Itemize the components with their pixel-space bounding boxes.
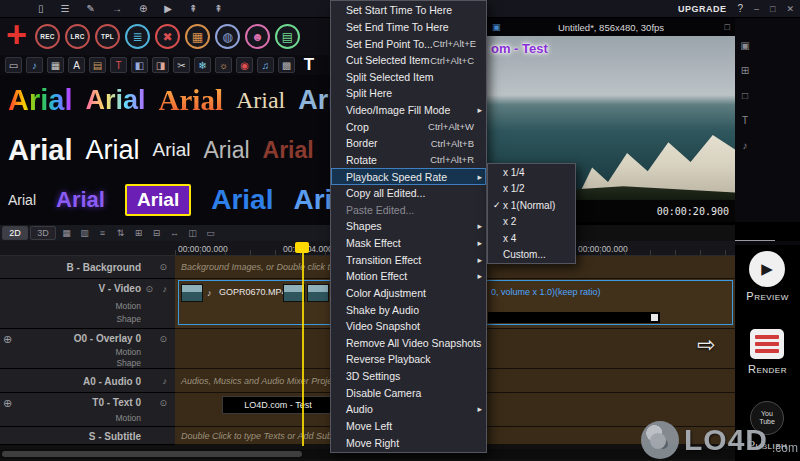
- context-menu-item[interactable]: ✓ Playback Speed Rate ▸: [331, 168, 486, 185]
- cut-icon[interactable]: ✂: [173, 57, 190, 73]
- letter-a-icon[interactable]: A: [68, 57, 85, 73]
- speed-option[interactable]: ✓ x 1(Normal): [488, 197, 575, 214]
- add-track-icon[interactable]: ⊕: [3, 333, 12, 346]
- track-subtitle-label[interactable]: S - Subtitle: [0, 427, 175, 445]
- context-menu-item[interactable]: ✓ Copy all Edited... ▸: [331, 185, 486, 202]
- track-video-label[interactable]: V - Video ⊙ ♪ Motion Shape: [0, 279, 175, 329]
- render-button[interactable]: [750, 329, 784, 359]
- disc-button[interactable]: ◍: [215, 24, 240, 49]
- speed-option[interactable]: ✓ x 1/2: [488, 181, 575, 198]
- audio-clip-icon[interactable]: ♪: [26, 57, 43, 73]
- font-sample-gray[interactable]: Arial: [204, 137, 250, 164]
- text-overlay-icon[interactable]: T: [742, 115, 748, 126]
- text-clip[interactable]: LO4D.com - Test: [222, 396, 334, 414]
- eye-icon[interactable]: ⊙: [159, 262, 167, 272]
- publish-up-icon[interactable]: ⇞: [214, 0, 222, 18]
- context-menu-item[interactable]: ✓ Move Left ▸: [331, 418, 486, 435]
- font-sample-orange-serif[interactable]: Arial: [159, 84, 223, 117]
- half-right-icon[interactable]: ◨: [152, 57, 169, 73]
- tab-2d[interactable]: 2D: [2, 226, 28, 240]
- track-sub-shape[interactable]: Shape: [116, 314, 141, 324]
- zoom-out-icon[interactable]: ⊟: [149, 228, 164, 238]
- music-icon[interactable]: ♫: [257, 57, 274, 73]
- context-menu-item[interactable]: ✓ Remove All Video Snapshots ▸: [331, 335, 486, 352]
- video-grid-icon[interactable]: ▦: [47, 57, 64, 73]
- record-dot-icon[interactable]: ◉: [236, 57, 253, 73]
- close-button[interactable]: ✕: [786, 4, 794, 14]
- context-menu-item[interactable]: ✓ Shake by Audio ▸: [331, 301, 486, 318]
- eye-icon[interactable]: ⊙: [159, 398, 167, 408]
- font-sample-white[interactable]: Arial: [85, 135, 139, 166]
- grid-button[interactable]: ▦: [185, 24, 210, 49]
- context-menu-item[interactable]: ✓ Motion Effect ▸: [331, 268, 486, 285]
- font-sample-small-white[interactable]: Arial: [8, 192, 36, 208]
- speaker-icon[interactable]: ♪: [163, 376, 168, 386]
- font-sample-violet[interactable]: Arial: [56, 187, 105, 213]
- playhead-handle[interactable]: [295, 242, 309, 253]
- track-sub-motion[interactable]: Motion: [115, 347, 141, 357]
- context-menu-item[interactable]: ✓ Transition Effect ▸: [331, 251, 486, 268]
- template-button[interactable]: TPL: [95, 24, 120, 49]
- context-menu-item[interactable]: ✓ Split Here ▸: [331, 85, 486, 102]
- font-sample-cream-serif[interactable]: Arial: [236, 87, 285, 114]
- speed-option[interactable]: ✓ Custom...: [488, 247, 575, 264]
- export-icon[interactable]: →: [112, 0, 122, 18]
- lyrics-button[interactable]: LRC: [65, 24, 90, 49]
- font-sample-white-bold[interactable]: Arial: [8, 134, 72, 167]
- audio-meter-icon[interactable]: ♪: [743, 140, 748, 151]
- eye-icon[interactable]: ⊙: [145, 284, 153, 294]
- snowflake-icon[interactable]: ❄: [194, 57, 211, 73]
- context-menu-item[interactable]: ✓ Cut Selected Item Ctrl+Alt+C ▸: [331, 52, 486, 69]
- context-menu-item[interactable]: ✓ Mask Effect ▸: [331, 235, 486, 252]
- rectangle-tool-icon[interactable]: ▭: [5, 57, 22, 73]
- add-track-icon[interactable]: ⊕: [3, 397, 12, 410]
- tab-3d[interactable]: 3D: [30, 226, 56, 240]
- big-text-tool-icon[interactable]: T: [299, 55, 319, 75]
- context-menu-item[interactable]: ✓ Border Ctrl+Alt+B ▸: [331, 135, 486, 152]
- font-sample-selected[interactable]: Arial: [125, 184, 191, 216]
- track-sub-motion[interactable]: Motion: [115, 301, 141, 311]
- font-sample-multicolor[interactable]: Arial: [85, 85, 145, 116]
- speed-option[interactable]: ✓ x 2: [488, 214, 575, 231]
- track-overlay-label[interactable]: ⊕ O0 - Overlay 0 ⊙ Motion Shape: [0, 329, 175, 369]
- grid-view-icon[interactable]: ⊞: [741, 65, 749, 76]
- sort-icon[interactable]: ⇅: [113, 228, 128, 238]
- list-icon[interactable]: ≡: [95, 228, 110, 238]
- context-menu-item[interactable]: ✓ Set Start Time To Here ▸: [331, 2, 486, 19]
- edit-icon[interactable]: ✎: [86, 0, 94, 18]
- split-view-icon[interactable]: ◫: [185, 228, 200, 238]
- context-menu-item[interactable]: ✓ Audio ▸: [331, 401, 486, 418]
- context-menu-item[interactable]: ✓ Rotate Ctrl+Alt+R ▸: [331, 152, 486, 169]
- add-media-button[interactable]: +: [6, 21, 27, 49]
- clip-resize-bar[interactable]: [488, 312, 660, 323]
- list-items-button[interactable]: ≣: [125, 24, 150, 49]
- context-menu-item[interactable]: ✓ Video Snapshot ▸: [331, 318, 486, 335]
- context-menu-item[interactable]: ✓ Set End Time To Here ▸: [331, 19, 486, 36]
- people-button[interactable]: ☻: [245, 24, 270, 49]
- font-sample-white-small[interactable]: Arial: [153, 139, 191, 161]
- context-menu-item[interactable]: ✓ Color Adjustment ▸: [331, 285, 486, 302]
- half-left-icon[interactable]: ◧: [131, 57, 148, 73]
- help-button[interactable]: ?: [737, 3, 743, 14]
- monitor-icon[interactable]: ▣: [740, 40, 749, 51]
- device-icon[interactable]: ▯: [38, 0, 44, 18]
- blank-view-icon[interactable]: □: [742, 90, 748, 101]
- add-icon[interactable]: ⊕: [139, 0, 147, 18]
- font-sample-dark-red[interactable]: Arial: [263, 137, 314, 164]
- speed-option[interactable]: ✓ x 1/4: [488, 164, 575, 181]
- context-menu-item[interactable]: ✓ Reverse Playback ▸: [331, 351, 486, 368]
- fullscreen-icon[interactable]: □: [725, 22, 730, 32]
- track-text-label[interactable]: ⊕ T0 - Text 0 ⊙ Motion: [0, 393, 175, 427]
- upgrade-button[interactable]: UPGRADE: [678, 4, 727, 14]
- speaker-icon[interactable]: ♪: [163, 284, 168, 294]
- minimize-button[interactable]: –: [754, 4, 759, 14]
- record-button[interactable]: REC: [35, 24, 60, 49]
- rows-icon[interactable]: ▥: [77, 228, 92, 238]
- context-menu-item[interactable]: ✓ Move Right ▸: [331, 434, 486, 451]
- image-icon[interactable]: ▤: [89, 57, 106, 73]
- context-menu-item[interactable]: ✓ Split Selected Item ▸: [331, 69, 486, 86]
- font-sample-rainbow[interactable]: Arial: [8, 84, 72, 117]
- upload-icon[interactable]: ⇞: [189, 0, 197, 18]
- context-menu-item[interactable]: ✓ Set End Point To... Ctrl+Alt+E ▸: [331, 35, 486, 52]
- maximize-button[interactable]: □: [770, 4, 775, 14]
